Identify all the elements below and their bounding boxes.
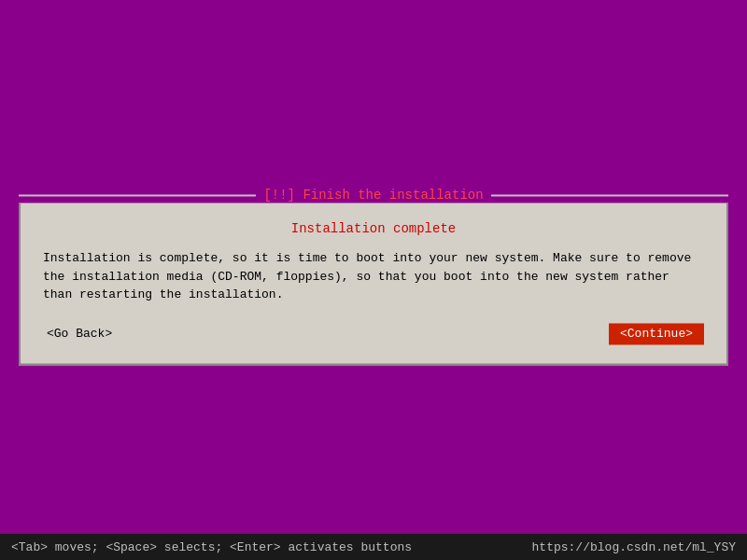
title-bar-text: [!!] Finish the installation <box>256 188 490 203</box>
continue-button[interactable]: <Continue> <box>609 323 704 344</box>
go-back-button[interactable]: <Go Back> <box>43 325 116 343</box>
dialog-wrapper: [!!] Finish the installation Installatio… <box>19 188 728 365</box>
title-bar-line-left <box>19 194 256 196</box>
screen: [!!] Finish the installation Installatio… <box>0 0 747 560</box>
dialog-subtitle: Installation complete <box>43 221 704 236</box>
title-bar: [!!] Finish the installation <box>19 188 728 203</box>
dialog-body: Installation is complete, so it is time … <box>43 249 704 304</box>
status-bar: <Tab> moves; <Space> selects; <Enter> ac… <box>0 534 747 560</box>
title-bar-line-right <box>491 194 728 196</box>
dialog-box: Installation complete Installation is co… <box>19 203 728 365</box>
dialog-buttons: <Go Back> <Continue> <box>43 323 704 344</box>
status-bar-left-text: <Tab> moves; <Space> selects; <Enter> ac… <box>11 540 412 554</box>
status-bar-right-text: https://blog.csdn.net/ml_YSY <box>532 540 736 554</box>
